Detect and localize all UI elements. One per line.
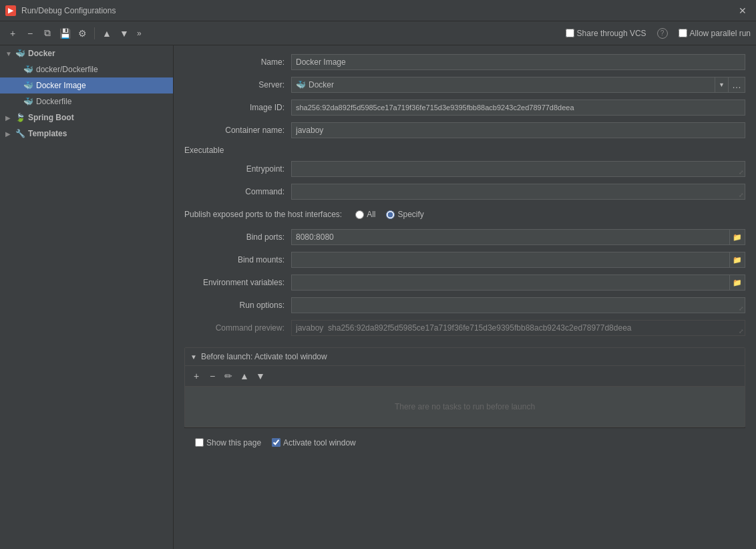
entrypoint-expand-icon[interactable]: ⤢ [739, 169, 744, 176]
settings-button[interactable]: ⚙ [75, 26, 89, 41]
save-config-button[interactable]: 💾 [57, 26, 72, 41]
command-expand-icon[interactable]: ⤢ [739, 192, 744, 198]
spring-boot-icon: 🍃 [15, 112, 25, 123]
tree-label-templates: Templates [28, 129, 67, 138]
publish-ports-label: Publish exposed ports to the host interf… [184, 210, 349, 219]
before-launch-up-btn[interactable]: ▲ [237, 369, 252, 383]
run-options-expand-icon[interactable]: ⤢ [739, 305, 744, 312]
toolbar: + − ⧉ 💾 ⚙ ▲ ▼ » Share through VCS ? Allo… [0, 21, 756, 45]
dockerfile-icon: 🐳 [23, 96, 33, 107]
remove-config-button[interactable]: − [23, 26, 37, 41]
run-options-input[interactable] [291, 297, 745, 313]
activate-window-checkbox-label[interactable]: Activate tool window [272, 438, 356, 447]
bind-mounts-label: Bind mounts: [184, 255, 291, 264]
command-input-container: ⤢ [291, 184, 745, 200]
bind-mounts-folder-btn[interactable]: 📁 [729, 252, 745, 268]
before-launch-empty-message: There are no tasks to run before launch [395, 402, 535, 411]
show-page-checkbox-label[interactable]: Show this page [195, 438, 261, 447]
move-up-button[interactable]: ▲ [100, 26, 114, 41]
executable-section-header: Executable [184, 146, 745, 156]
server-more-btn[interactable]: … [728, 77, 745, 93]
env-variables-label: Environment variables: [184, 278, 291, 287]
server-label: Server: [184, 80, 291, 89]
container-name-row: Container name: [184, 122, 745, 139]
radio-specify-text: Specify [397, 210, 423, 219]
radio-specify-label[interactable]: Specify [386, 210, 423, 219]
run-options-input-container: ⤢ [291, 297, 745, 313]
tree-label-spring-boot: Spring Boot [28, 113, 74, 122]
name-input[interactable] [291, 54, 745, 70]
copy-config-button[interactable]: ⧉ [40, 26, 55, 41]
before-launch-header: ▼ Before launch: Activate tool window [185, 348, 745, 366]
tree-item-docker-image[interactable]: 🐳 Docker Image [0, 77, 173, 94]
toolbar-separator [94, 27, 95, 39]
image-id-row: Image ID: [184, 99, 745, 116]
close-button[interactable]: ✕ [735, 4, 751, 17]
entrypoint-input-container: ⤢ [291, 161, 745, 177]
server-row: Server: 🐳 Docker ▼ … [184, 76, 745, 94]
radio-specify[interactable] [386, 210, 395, 219]
top-options: Share through VCS ? Allow parallel run [566, 28, 751, 39]
command-input[interactable] [291, 184, 745, 200]
tree-item-templates[interactable]: ▶ 🔧 Templates [0, 126, 173, 142]
name-row: Name: [184, 53, 745, 71]
tree-item-docker-dockerfile[interactable]: 🐳 docker/Dockerfile [0, 61, 173, 77]
title-bar: ▶ Run/Debug Configurations ✕ [0, 0, 756, 21]
toolbar-more[interactable]: » [134, 27, 144, 39]
docker-image-icon: 🐳 [23, 80, 33, 91]
bind-ports-input-container: 📁 [291, 229, 745, 245]
entrypoint-row: Entrypoint: ⤢ [184, 160, 745, 178]
before-launch-edit-btn[interactable]: ✏ [221, 369, 236, 383]
command-preview-label: Command preview: [184, 323, 291, 333]
before-launch-down-btn[interactable]: ▼ [253, 369, 268, 383]
before-launch-remove-btn[interactable]: − [205, 369, 220, 383]
server-select[interactable]: 🐳 Docker [291, 77, 715, 93]
radio-all-text: All [367, 210, 375, 219]
share-vcs-checkbox-label[interactable]: Share through VCS [566, 29, 646, 38]
bottom-bar: Show this page Activate tool window [184, 427, 745, 457]
bind-mounts-row: Bind mounts: 📁 [184, 251, 745, 268]
show-page-label: Show this page [206, 438, 261, 447]
bind-ports-folder-btn[interactable]: 📁 [729, 229, 745, 245]
env-variables-folder-btn[interactable]: 📁 [729, 274, 745, 291]
allow-parallel-checkbox-label[interactable]: Allow parallel run [679, 29, 751, 38]
tree-item-dockerfile[interactable]: 🐳 Dockerfile [0, 94, 173, 110]
add-config-button[interactable]: + [5, 26, 20, 41]
allow-parallel-label: Allow parallel run [690, 29, 751, 38]
templates-icon: 🔧 [15, 128, 25, 139]
env-variables-input[interactable] [291, 274, 729, 291]
show-page-checkbox[interactable] [195, 438, 204, 447]
move-down-button[interactable]: ▼ [117, 26, 132, 41]
server-icon: 🐳 [296, 80, 306, 89]
server-select-container: 🐳 Docker ▼ … [291, 77, 745, 93]
run-options-label: Run options: [184, 301, 291, 310]
main-layout: ▼ 🐳 Docker 🐳 docker/Dockerfile 🐳 Docker … [0, 45, 756, 549]
env-variables-input-container: 📁 [291, 274, 745, 291]
tree-item-docker[interactable]: ▼ 🐳 Docker [0, 45, 173, 61]
help-icon[interactable]: ? [657, 28, 668, 39]
bind-ports-row: Bind ports: 📁 [184, 228, 745, 246]
bind-ports-input[interactable] [291, 229, 729, 245]
bind-mounts-input[interactable] [291, 252, 729, 268]
bind-mounts-input-container: 📁 [291, 252, 745, 268]
before-launch-collapse-btn[interactable]: ▼ [190, 353, 197, 361]
tree-item-spring-boot[interactable]: ▶ 🍃 Spring Boot [0, 110, 173, 126]
before-launch-area: There are no tasks to run before launch [185, 387, 745, 427]
left-panel: ▼ 🐳 Docker 🐳 docker/Dockerfile 🐳 Docker … [0, 45, 174, 549]
radio-all[interactable] [355, 210, 364, 219]
image-id-input[interactable] [291, 100, 745, 116]
app-icon: ▶ [5, 5, 16, 16]
activate-window-checkbox[interactable] [272, 438, 280, 447]
container-name-input[interactable] [291, 122, 745, 138]
image-id-label: Image ID: [184, 103, 291, 112]
radio-all-label[interactable]: All [355, 210, 375, 219]
command-preview-row: Command preview: ⤢ [184, 319, 745, 337]
server-dropdown-btn[interactable]: ▼ [715, 77, 728, 93]
server-value: Docker [309, 80, 334, 89]
share-vcs-checkbox[interactable] [566, 29, 574, 37]
command-preview-expand-icon[interactable]: ⤢ [739, 328, 744, 335]
before-launch-add-btn[interactable]: + [189, 369, 204, 383]
entrypoint-input[interactable] [291, 161, 745, 177]
tree-label-dockerfile: Dockerfile [36, 97, 71, 106]
allow-parallel-checkbox[interactable] [679, 29, 687, 37]
